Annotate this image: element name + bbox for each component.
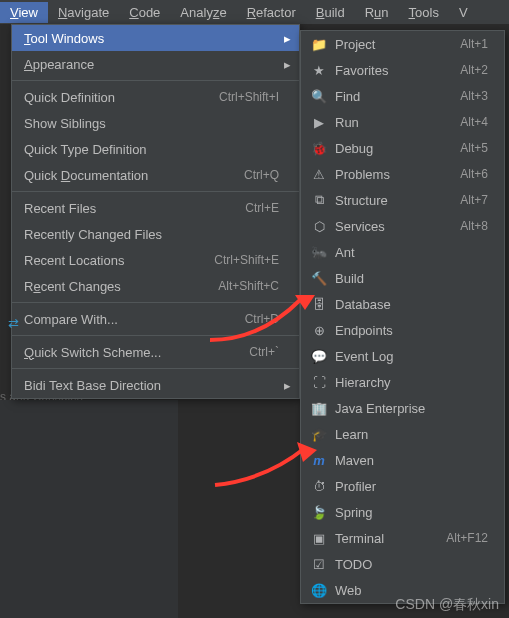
menu-v[interactable]: V <box>449 2 478 23</box>
background-pane <box>0 400 178 618</box>
database-icon: 🗄 <box>311 296 327 312</box>
menu-item-tool-windows[interactable]: Tool Windows ▸ <box>12 25 299 51</box>
chat-icon: 💬 <box>311 348 327 364</box>
enterprise-icon: 🏢 <box>311 400 327 416</box>
hammer-icon: 🔨 <box>311 270 327 286</box>
ant-icon: 🐜 <box>311 244 327 260</box>
spring-icon: 🍃 <box>311 504 327 520</box>
menu-item-show-siblings[interactable]: Show Siblings <box>12 110 299 136</box>
separator <box>12 80 299 81</box>
watermark: CSDN @春秋xin <box>395 596 499 614</box>
tw-ant[interactable]: 🐜Ant <box>301 239 504 265</box>
tw-favorites[interactable]: ★FavoritesAlt+2 <box>301 57 504 83</box>
chevron-right-icon: ▸ <box>284 31 291 46</box>
tw-project[interactable]: 📁ProjectAlt+1 <box>301 31 504 57</box>
menu-code[interactable]: Code <box>119 2 170 23</box>
menu-run[interactable]: Run <box>355 2 399 23</box>
menubar: View Navigate Code Analyze Refactor Buil… <box>0 0 509 24</box>
services-icon: ⬡ <box>311 218 327 234</box>
todo-icon: ☑ <box>311 556 327 572</box>
tw-eventlog[interactable]: 💬Event Log <box>301 343 504 369</box>
tw-structure[interactable]: ⧉StructureAlt+7 <box>301 187 504 213</box>
tw-run[interactable]: ▶RunAlt+4 <box>301 109 504 135</box>
tw-learn[interactable]: 🎓Learn <box>301 421 504 447</box>
star-icon: ★ <box>311 62 327 78</box>
menu-view[interactable]: View <box>0 2 48 23</box>
bug-icon: 🐞 <box>311 140 327 156</box>
tw-debug[interactable]: 🐞DebugAlt+5 <box>301 135 504 161</box>
warning-icon: ⚠ <box>311 166 327 182</box>
terminal-icon: ▣ <box>311 530 327 546</box>
menu-item-quick-doc[interactable]: Quick DocumentationCtrl+Q <box>12 162 299 188</box>
tw-spring[interactable]: 🍃Spring <box>301 499 504 525</box>
menu-item-appearance[interactable]: Appearance ▸ <box>12 51 299 77</box>
tw-profiler[interactable]: ⏱Profiler <box>301 473 504 499</box>
tw-endpoints[interactable]: ⊕Endpoints <box>301 317 504 343</box>
menu-item-quick-switch[interactable]: Quick Switch Scheme...Ctrl+` <box>12 339 299 365</box>
tool-windows-submenu: 📁ProjectAlt+1 ★FavoritesAlt+2 🔍FindAlt+3… <box>300 30 505 604</box>
globe-icon: 🌐 <box>311 582 327 598</box>
separator <box>12 191 299 192</box>
menu-item-recently-changed[interactable]: Recently Changed Files <box>12 221 299 247</box>
tw-hierarchy[interactable]: ⛶Hierarchy <box>301 369 504 395</box>
compare-glyph-icon: ⇄ <box>8 316 19 331</box>
separator <box>12 302 299 303</box>
menu-item-recent-locations[interactable]: Recent LocationsCtrl+Shift+E <box>12 247 299 273</box>
menu-item-compare-with[interactable]: Compare With...Ctrl+D <box>12 306 299 332</box>
menu-navigate[interactable]: Navigate <box>48 2 119 23</box>
profiler-icon: ⏱ <box>311 478 327 494</box>
tw-database[interactable]: 🗄Database <box>301 291 504 317</box>
menu-tools[interactable]: Tools <box>399 2 449 23</box>
separator <box>12 368 299 369</box>
menu-refactor[interactable]: Refactor <box>237 2 306 23</box>
play-icon: ▶ <box>311 114 327 130</box>
learn-icon: 🎓 <box>311 426 327 442</box>
menu-item-recent-changes[interactable]: Recent ChangesAlt+Shift+C <box>12 273 299 299</box>
view-dropdown: Tool Windows ▸ Appearance ▸ Quick Defini… <box>11 24 300 399</box>
tw-terminal[interactable]: ▣TerminalAlt+F12 <box>301 525 504 551</box>
menu-build[interactable]: Build <box>306 2 355 23</box>
chevron-right-icon: ▸ <box>284 378 291 393</box>
tw-todo[interactable]: ☑TODO <box>301 551 504 577</box>
folder-icon: 📁 <box>311 36 327 52</box>
search-icon: 🔍 <box>311 88 327 104</box>
chevron-right-icon: ▸ <box>284 57 291 72</box>
tw-find[interactable]: 🔍FindAlt+3 <box>301 83 504 109</box>
menu-item-quick-type-def[interactable]: Quick Type Definition <box>12 136 299 162</box>
menu-item-quick-definition[interactable]: Quick DefinitionCtrl+Shift+I <box>12 84 299 110</box>
tw-javaee[interactable]: 🏢Java Enterprise <box>301 395 504 421</box>
tree-icon: ⛶ <box>311 374 327 390</box>
structure-icon: ⧉ <box>311 192 327 208</box>
endpoints-icon: ⊕ <box>311 322 327 338</box>
menu-item-bidi[interactable]: Bidi Text Base Direction ▸ <box>12 372 299 398</box>
maven-icon: m <box>311 452 327 468</box>
menu-item-recent-files[interactable]: Recent FilesCtrl+E <box>12 195 299 221</box>
tw-problems[interactable]: ⚠ProblemsAlt+6 <box>301 161 504 187</box>
separator <box>12 335 299 336</box>
menu-analyze[interactable]: Analyze <box>170 2 236 23</box>
tw-services[interactable]: ⬡ServicesAlt+8 <box>301 213 504 239</box>
tw-build[interactable]: 🔨Build <box>301 265 504 291</box>
tw-maven[interactable]: mMaven <box>301 447 504 473</box>
